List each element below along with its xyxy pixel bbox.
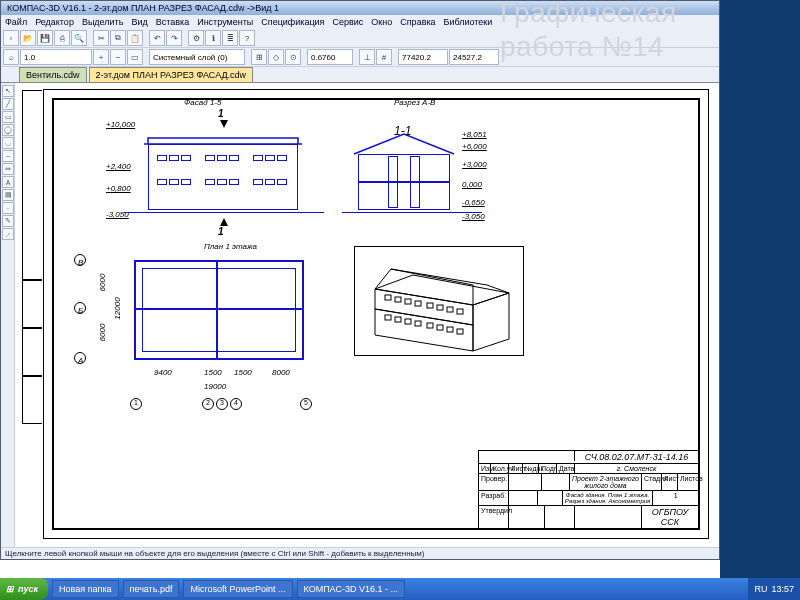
print-icon[interactable]: ⎙ bbox=[54, 30, 70, 46]
menu-file[interactable]: Файл bbox=[5, 17, 27, 27]
svg-rect-12 bbox=[385, 315, 391, 320]
tb-org: ОГБПОУ ССК bbox=[642, 506, 698, 528]
vars-icon[interactable]: ℹ bbox=[205, 30, 221, 46]
tb-project: Проект 2-этажного жилого дома bbox=[570, 474, 642, 490]
layers-icon[interactable]: ≣ bbox=[222, 30, 238, 46]
bubble-icon bbox=[74, 352, 86, 364]
dim-w1: 9400 bbox=[154, 368, 172, 377]
task-ppt[interactable]: Microsoft PowerPoint ... bbox=[183, 580, 292, 598]
tool-spline-icon[interactable]: ~ bbox=[2, 150, 14, 162]
menu-tools[interactable]: Инструменты bbox=[197, 17, 253, 27]
section-door1 bbox=[388, 156, 398, 208]
zoom-combo[interactable]: 1.0 bbox=[20, 49, 92, 65]
copy-icon[interactable]: ⧉ bbox=[110, 30, 126, 46]
sec-level-4: -0,650 bbox=[462, 198, 485, 207]
menu-help[interactable]: Справка bbox=[400, 17, 435, 27]
tool-text-icon[interactable]: A bbox=[2, 176, 14, 188]
facade-ground bbox=[124, 212, 324, 213]
layer-combo[interactable]: Системный слой (0) bbox=[149, 49, 245, 65]
menu-edit[interactable]: Редактор bbox=[35, 17, 74, 27]
ortho-icon[interactable]: ⊥ bbox=[359, 49, 375, 65]
task-pdf[interactable]: печать.pdf bbox=[123, 580, 180, 598]
tab-ventil[interactable]: Вентиль.cdw bbox=[19, 67, 87, 82]
preview-icon[interactable]: 🔍 bbox=[71, 30, 87, 46]
menu-libs[interactable]: Библиотеки bbox=[444, 17, 493, 27]
tool-arc-icon[interactable]: ◡ bbox=[2, 137, 14, 149]
dim-h1: 6000 bbox=[98, 274, 107, 292]
coord-step[interactable]: 0.6760 bbox=[307, 49, 353, 65]
svg-rect-9 bbox=[437, 305, 443, 310]
tool-measure-icon[interactable]: ⟋ bbox=[2, 228, 14, 240]
sec-level-3: 0,000 bbox=[462, 180, 482, 189]
dim-h3: 12000 bbox=[113, 297, 122, 319]
snap1-icon[interactable]: ⊞ bbox=[251, 49, 267, 65]
menu-spec[interactable]: Спецификация bbox=[261, 17, 324, 27]
zoom-fit-icon[interactable]: ▭ bbox=[127, 49, 143, 65]
tab-house[interactable]: 2-эт.дом ПЛАН РАЗРЕЗ ФАСАД.cdw bbox=[89, 67, 253, 82]
menu-view[interactable]: Вид bbox=[131, 17, 147, 27]
new-icon[interactable]: ▫ bbox=[3, 30, 19, 46]
tool-dim-icon[interactable]: ⇔ bbox=[2, 163, 14, 175]
facade-level-0: +10,000 bbox=[106, 120, 135, 129]
task-kompas[interactable]: КОМПАС-3D V16.1 - ... bbox=[297, 580, 405, 598]
svg-rect-15 bbox=[415, 321, 421, 326]
taskbar: ⊞пуск Новая папка печать.pdf Microsoft P… bbox=[0, 578, 800, 600]
open-icon[interactable]: 📂 bbox=[20, 30, 36, 46]
snap3-icon[interactable]: ⊙ bbox=[285, 49, 301, 65]
task-folder[interactable]: Новая папка bbox=[52, 580, 118, 598]
plan-mid-wall bbox=[216, 260, 218, 360]
zoom-combo-icon[interactable]: ⌕ bbox=[3, 49, 19, 65]
drawing-frame: Фасад 1-5 1 +10,000 +2,400 +0,800 -3,050… bbox=[52, 98, 700, 530]
bubble-icon bbox=[74, 302, 86, 314]
save-icon[interactable]: 💾 bbox=[37, 30, 53, 46]
svg-rect-5 bbox=[395, 297, 401, 302]
iso-frame bbox=[354, 246, 524, 356]
menu-window[interactable]: Окно bbox=[371, 17, 392, 27]
menu-insert[interactable]: Вставка bbox=[156, 17, 189, 27]
menu-select[interactable]: Выделить bbox=[82, 17, 124, 27]
sheet-border: Фасад 1-5 1 +10,000 +2,400 +0,800 -3,050… bbox=[43, 89, 709, 539]
facade-roof bbox=[148, 128, 298, 146]
tool-line-icon[interactable]: ╱ bbox=[2, 98, 14, 110]
coord-y[interactable]: 24527.2 bbox=[449, 49, 499, 65]
canvas[interactable]: Фасад 1-5 1 +10,000 +2,400 +0,800 -3,050… bbox=[15, 83, 719, 547]
menu-service[interactable]: Сервис bbox=[333, 17, 364, 27]
svg-rect-13 bbox=[395, 317, 401, 322]
slide-title: Графическая работа №14 bbox=[500, 0, 677, 63]
clock: 13:57 bbox=[771, 584, 794, 594]
svg-rect-4 bbox=[385, 295, 391, 300]
lang-indicator[interactable]: RU bbox=[754, 584, 767, 594]
svg-rect-16 bbox=[427, 323, 433, 328]
facade-level-2: +0,800 bbox=[106, 184, 131, 193]
coord-x[interactable]: 77420.2 bbox=[398, 49, 448, 65]
paste-icon[interactable]: 📋 bbox=[127, 30, 143, 46]
sec-level-5: -3,050 bbox=[462, 212, 485, 221]
cut-icon[interactable]: ✂ bbox=[93, 30, 109, 46]
binding-margin bbox=[22, 90, 42, 538]
section-door2 bbox=[410, 156, 420, 208]
section-roof bbox=[354, 134, 454, 156]
zoom-out-icon[interactable]: − bbox=[110, 49, 126, 65]
windows-icon: ⊞ bbox=[6, 584, 14, 594]
system-tray[interactable]: RU 13:57 bbox=[748, 578, 800, 600]
sec-level-2: +3,000 bbox=[462, 160, 487, 169]
tool-hatch-icon[interactable]: ▤ bbox=[2, 189, 14, 201]
facade-title: Фасад 1-5 bbox=[184, 98, 221, 107]
facade-level-1: +2,400 bbox=[106, 162, 131, 171]
tool-select-icon[interactable]: ↖ bbox=[2, 85, 14, 97]
undo-icon[interactable]: ↶ bbox=[149, 30, 165, 46]
start-button[interactable]: ⊞пуск bbox=[0, 578, 48, 600]
grid-icon[interactable]: # bbox=[376, 49, 392, 65]
zoom-in-icon[interactable]: + bbox=[93, 49, 109, 65]
redo-icon[interactable]: ↷ bbox=[166, 30, 182, 46]
dim-w2: 1500 bbox=[204, 368, 222, 377]
tool-point-icon[interactable]: · bbox=[2, 202, 14, 214]
help-icon[interactable]: ? bbox=[239, 30, 255, 46]
tool-rect-icon[interactable]: ▭ bbox=[2, 111, 14, 123]
tool-circle-icon[interactable]: ◯ bbox=[2, 124, 14, 136]
section-title: Разрез А-В bbox=[394, 98, 435, 107]
snap2-icon[interactable]: ◇ bbox=[268, 49, 284, 65]
svg-rect-8 bbox=[427, 303, 433, 308]
tool-edit-icon[interactable]: ✎ bbox=[2, 215, 14, 227]
props-icon[interactable]: ⚙ bbox=[188, 30, 204, 46]
